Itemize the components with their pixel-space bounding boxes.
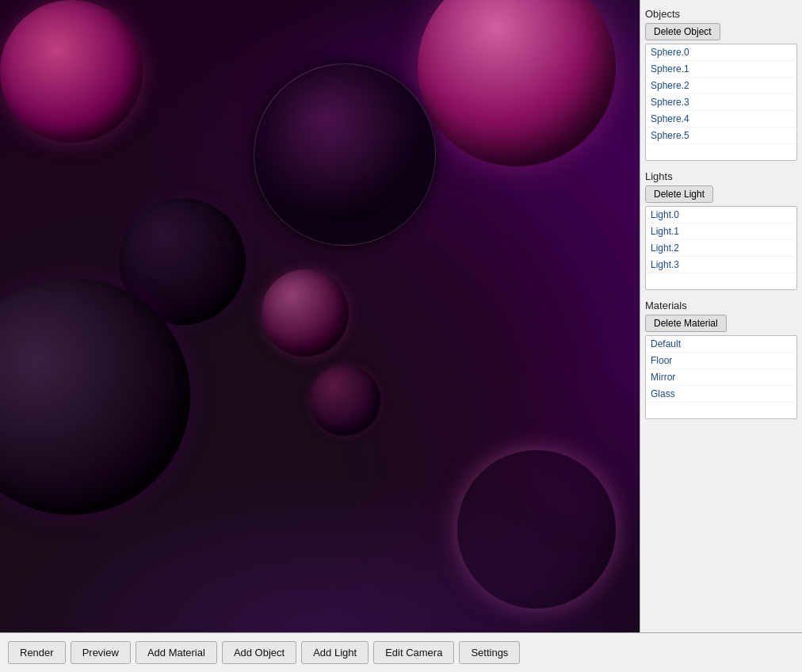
object-sphere3[interactable]: Sphere.3 [646,94,796,111]
lights-label: Lights [645,170,797,182]
light-1[interactable]: Light.1 [646,223,796,240]
light-3[interactable]: Light.3 [646,257,796,273]
sidebar: Objects Delete Object Sphere.0 Sphere.1 … [640,0,802,632]
scene-sphere-topright [418,0,616,166]
object-sphere4[interactable]: Sphere.4 [646,111,796,128]
object-sphere2[interactable]: Sphere.2 [646,78,796,94]
render-button[interactable]: Render [8,641,66,664]
viewport [0,0,640,632]
scene-floor-glow [0,474,640,632]
add-material-button[interactable]: Add Material [136,641,217,664]
object-sphere5[interactable]: Sphere.5 [646,128,796,144]
scene-sphere-topleft [0,0,143,143]
main-area: Objects Delete Object Sphere.0 Sphere.1 … [0,0,802,632]
toolbar: Render Preview Add Material Add Object A… [0,632,802,672]
objects-list: Sphere.0 Sphere.1 Sphere.2 Sphere.3 Sphe… [645,44,797,161]
objects-label: Objects [645,8,797,20]
preview-button[interactable]: Preview [71,641,131,664]
add-light-button[interactable]: Add Light [301,641,369,664]
delete-material-button[interactable]: Delete Material [645,315,727,332]
material-default[interactable]: Default [646,336,796,353]
material-floor[interactable]: Floor [646,353,796,369]
material-glass[interactable]: Glass [646,386,796,403]
scene-sphere-small [309,365,380,436]
light-2[interactable]: Light.2 [646,240,796,257]
materials-list-spacer [646,403,796,418]
settings-button[interactable]: Settings [459,641,520,664]
lights-list: Light.0 Light.1 Light.2 Light.3 [645,206,797,290]
add-object-button[interactable]: Add Object [222,641,296,664]
object-sphere0[interactable]: Sphere.0 [646,44,796,61]
delete-object-button[interactable]: Delete Object [645,23,720,40]
scene-sphere-center [262,269,349,357]
materials-label: Materials [645,300,797,311]
scene-sphere-center-top [254,63,436,246]
material-mirror[interactable]: Mirror [646,369,796,386]
materials-list: Default Floor Mirror Glass [645,335,797,419]
scene-background [0,0,640,632]
object-sphere1[interactable]: Sphere.1 [646,61,796,78]
objects-list-spacer [646,144,796,160]
delete-light-button[interactable]: Delete Light [645,185,713,203]
edit-camera-button[interactable]: Edit Camera [373,641,454,664]
light-0[interactable]: Light.0 [646,207,796,223]
lights-list-spacer [646,273,796,289]
